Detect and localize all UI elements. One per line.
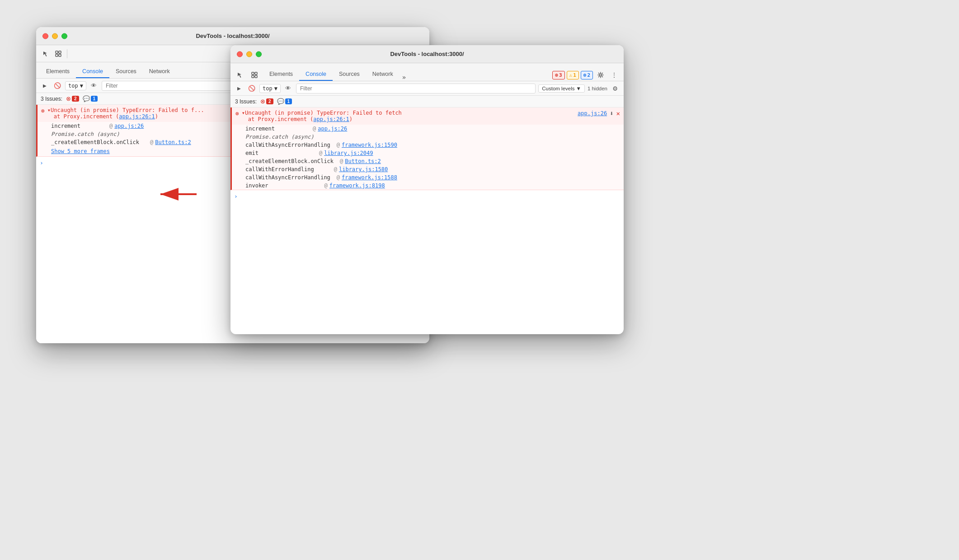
error-count-front: 2 [266,98,273,104]
warning-count-badge[interactable]: ⚠ 1 [567,71,579,79]
info-badge-back: 💬 1 [83,95,98,102]
tabs-front: Elements Console Sources Network » ⊗ 3 ⚠… [230,63,624,81]
info-count-back: 1 [91,96,98,102]
tab-elements-front[interactable]: Elements [263,68,299,81]
info-badge-front: 💬 1 [277,98,292,105]
stack-row-callwith1-front: callWithAsyncErrorHandling @framework.js… [232,141,624,149]
svg-rect-6 [252,72,254,75]
stack-link-framework1588[interactable]: framework.js:1588 [342,174,397,181]
cursor-icon[interactable] [40,48,52,60]
stack-row-callwith3-front: callWithAsyncErrorHandling @framework.js… [232,173,624,182]
play-icon[interactable]: ▶ [40,81,50,91]
error-count-back: 2 [72,96,79,102]
info-count-badge[interactable]: ⊗ 2 [581,71,593,79]
info-count-front: 1 [285,98,292,104]
error-row-front: ⊗ ▾Uncaught (in promise) TypeError: Fail… [230,107,624,190]
error-message-front: ▾Uncaught (in promise) TypeError: Failed… [242,110,575,122]
error-right-front: app.js:26 ⬇ ✕ [578,110,620,117]
play-icon-front[interactable]: ▶ [234,84,244,93]
stack-link-framework1590[interactable]: framework.js:1590 [342,142,397,148]
more-tabs-front[interactable]: » [400,74,409,81]
prompt-arrow-front: › [234,193,238,200]
svg-rect-7 [255,72,257,75]
error-file-link[interactable]: app.js:26 [578,110,607,117]
console-content-front: ⊗ ▾Uncaught (in promise) TypeError: Fail… [230,107,624,315]
stack-row-onclick-front: _createElementBlock.onClick @Button.ts:2 [232,157,624,165]
console-prompt-front: › [230,190,624,202]
stack-link-framework8198[interactable]: framework.js:8198 [329,182,385,189]
stack-link-increment-front[interactable]: app.js:26 [318,126,347,132]
traffic-lights-back [42,33,67,39]
minimize-button[interactable] [52,33,58,39]
more-icon-front[interactable]: ⋮ [608,69,620,81]
titlebar-back: DevTools - localhost:3000/ [36,27,429,45]
tab-console-back[interactable]: Console [76,65,109,78]
gear-icon-front[interactable]: ⚙ [610,84,620,93]
error-count-badge[interactable]: ⊗ 3 [552,71,564,79]
error-badge-front: ⊗ 2 [260,98,273,105]
tab-network-back[interactable]: Network [143,65,176,78]
issues-label-front: 3 Issues: [235,98,257,105]
dropdown-arrow-back: ▼ [80,83,83,89]
inspect-icon-front[interactable] [249,69,260,81]
custom-levels-arrow: ▼ [576,86,581,91]
issues-label-back: 3 Issues: [41,96,62,102]
cursor-icon-front[interactable] [234,69,246,81]
devtools-window-front: DevTools - localhost:3000/ Elements Cons… [230,45,624,334]
stack-link-library1580[interactable]: library.js:1580 [339,166,388,173]
traffic-lights-front [237,51,262,57]
eye-icon-front[interactable]: 👁 [283,84,293,93]
stack-link-library2049[interactable]: library.js:2049 [324,150,373,156]
error-header-front[interactable]: ⊗ ▾Uncaught (in promise) TypeError: Fail… [232,107,624,125]
settings-icon-front[interactable] [595,69,606,81]
hidden-count: 1 hidden [588,86,607,91]
stack-row-emit-front: emit @library.js:2049 [232,149,624,157]
svg-rect-9 [255,75,257,78]
dropdown-arrow-front: ▼ [274,85,277,92]
stack-row-callwith2-front: callWithErrorHandling @library.js:1580 [232,165,624,173]
svg-rect-1 [59,51,61,53]
stack-link-buttonts2[interactable]: Button.ts:2 [345,158,381,164]
top-dropdown-back[interactable]: top ▼ [65,81,86,90]
console-toolbar-front: ▶ 🚫 top ▼ 👁 Custom levels ▼ 1 hidden ⚙ [230,81,624,96]
eye-icon-back[interactable]: 👁 [89,81,99,91]
custom-levels-dropdown[interactable]: Custom levels ▼ [538,84,585,93]
minimize-button-front[interactable] [246,51,252,57]
issues-bar-front: 3 Issues: ⊗ 2 💬 1 [230,96,624,107]
red-arrow [151,183,206,207]
custom-levels-label: Custom levels [542,86,574,91]
titlebar-front: DevTools - localhost:3000/ [230,45,624,63]
top-dropdown-front[interactable]: top ▼ [259,84,281,93]
close-error-icon[interactable]: ✕ [616,110,620,117]
stack-row-increment-front: increment @app.js:26 [232,125,624,133]
svg-rect-0 [56,51,58,53]
stack-link-increment-back[interactable]: app.js:26 [114,123,144,129]
error-badge-back: ⊗ 2 [66,95,79,102]
close-button[interactable] [42,33,48,39]
right-toolbar-front: ⊗ 3 ⚠ 1 ⊗ 2 ⋮ [552,69,620,81]
error-icon-back: ⊗ [41,107,45,114]
window-title-back: DevTools - localhost:3000/ [196,33,269,39]
close-button-front[interactable] [237,51,243,57]
block-icon-front[interactable]: 🚫 [247,84,257,93]
app-js-link-front[interactable]: app.js:26:1 [313,116,349,122]
prompt-arrow-back: › [40,159,43,166]
stack-link-onclick-back[interactable]: Button.ts:2 [155,139,191,145]
toolbar-separator [67,49,67,58]
maximize-button-front[interactable] [256,51,262,57]
tab-sources-front[interactable]: Sources [333,68,366,81]
inspect-icon[interactable] [52,48,64,60]
download-icon[interactable]: ⬇ [610,110,613,117]
svg-rect-2 [56,54,58,56]
tab-elements-back[interactable]: Elements [40,65,76,78]
filter-input-front[interactable] [296,84,536,93]
maximize-button[interactable] [61,33,67,39]
block-icon[interactable]: 🚫 [52,81,62,91]
svg-point-10 [600,74,602,76]
tab-network-front[interactable]: Network [366,68,400,81]
error-icon-front: ⊗ [235,110,239,117]
app-js-link-back[interactable]: app.js:26:1 [119,113,155,120]
tab-sources-back[interactable]: Sources [109,65,143,78]
top-label-front: top [263,85,273,92]
tab-console-front[interactable]: Console [299,68,333,81]
